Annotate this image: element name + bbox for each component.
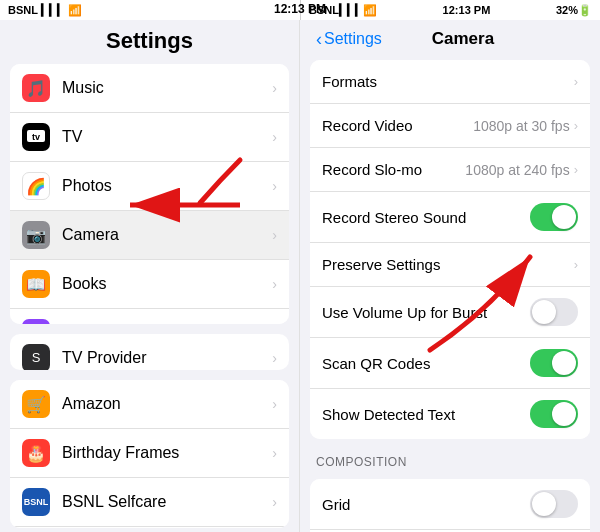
qr-toggle-knob [552,351,576,375]
carrier-left: BSNL [8,4,38,16]
battery-icon: 🔋 [578,4,592,17]
volumeburst-toggle[interactable] [530,298,578,326]
detectedtext-toggle-knob [552,402,576,426]
books-label: Books [62,275,272,293]
detectedtext-toggle[interactable] [530,400,578,428]
volumeburst-toggle-knob [532,300,556,324]
tv-icon: tv [22,123,50,151]
settings-item-birthdayframes[interactable]: 🎂 Birthday Frames › [10,429,289,478]
settings-item-photos[interactable]: 🌈 Photos › [10,162,289,211]
recordvideo-value: 1080p at 30 fps [473,118,570,134]
back-chevron-icon: ‹ [316,29,322,50]
settings-panel: Settings 🎵 Music › tv TV › 🌈 Photos › [0,20,300,532]
settings-item-books[interactable]: 📖 Books › [10,260,289,309]
bsnl-label: BSNL Selfcare [62,493,272,511]
wifi-right: 📶 [363,4,377,17]
bsnl-chevron: › [272,494,277,510]
camera-item-recordslomo[interactable]: Record Slo-mo 1080p at 240 fps › [310,148,590,192]
music-chevron: › [272,80,277,96]
camera-section-1: Formats › Record Video 1080p at 30 fps ›… [310,60,590,439]
wifi-left: 📶 [68,4,82,17]
signal-left: ▎▎▎ [41,4,65,17]
settings-item-amazon[interactable]: 🛒 Amazon › [10,380,289,429]
camera-item-detectedtext[interactable]: Show Detected Text [310,389,590,439]
grid-toggle[interactable] [530,490,578,518]
back-label: Settings [324,30,382,48]
qr-label: Scan QR Codes [322,355,530,372]
settings-item-bsnl[interactable]: BSNL BSNL Selfcare › [10,478,289,527]
battery-right: 32% [556,4,578,16]
camera-title: Camera [432,29,494,49]
books-chevron: › [272,276,277,292]
recordvideo-chevron: › [574,118,578,133]
camera-settings-panel: ‹ Settings Camera Formats › Record Video… [300,20,600,532]
detectedtext-label: Show Detected Text [322,406,530,423]
preserve-label: Preserve Settings [322,256,574,273]
camera-item-qr[interactable]: Scan QR Codes [310,338,590,389]
recordslomo-chevron: › [574,162,578,177]
birthdayframes-label: Birthday Frames [62,444,272,462]
photos-chevron: › [272,178,277,194]
amazon-label: Amazon [62,395,272,413]
time-right: 12:13 PM [443,4,491,16]
stereo-label: Record Stereo Sound [322,209,530,226]
recordslomo-label: Record Slo-mo [322,161,465,178]
svg-text:tv: tv [32,132,40,142]
stereo-toggle[interactable] [530,203,578,231]
status-bar: BSNL ▎▎▎ 📶 12:13 PM BSNL ▎▎▎ 📶 12:13 PM … [0,0,600,20]
recordslomo-value: 1080p at 240 fps [465,162,569,178]
settings-item-camera[interactable]: 📷 Camera › [10,211,289,260]
camera-item-stereo[interactable]: Record Stereo Sound [310,192,590,243]
camera-label: Camera [62,226,272,244]
tvprovider-chevron: › [272,350,277,366]
podcasts-icon: 🎙️ [22,319,50,324]
preserve-chevron: › [574,257,578,272]
settings-item-music[interactable]: 🎵 Music › [10,64,289,113]
settings-item-podcasts[interactable]: 🎙️ Podcasts › [10,309,289,324]
camera-header: ‹ Settings Camera [300,20,600,56]
camera-icon: 📷 [22,221,50,249]
camera-chevron: › [272,227,277,243]
signal-right: ▎▎▎ [339,4,363,17]
composition-header: COMPOSITION [300,439,600,475]
settings-list-2: S TV Provider › [10,334,289,370]
camera-section-composition: Grid Mirror Front Camera [310,479,590,532]
camera-item-preserve[interactable]: Preserve Settings › [310,243,590,287]
qr-toggle[interactable] [530,349,578,377]
books-icon: 📖 [22,270,50,298]
amazon-icon: 🛒 [22,390,50,418]
photos-icon: 🌈 [22,172,50,200]
formats-chevron: › [574,74,578,89]
music-icon: 🎵 [22,74,50,102]
settings-item-tvprovider[interactable]: S TV Provider › [10,334,289,370]
camera-item-grid[interactable]: Grid [310,479,590,530]
tv-chevron: › [272,129,277,145]
stereo-toggle-knob [552,205,576,229]
settings-item-tv[interactable]: tv TV › [10,113,289,162]
birthdayframes-chevron: › [272,445,277,461]
photos-label: Photos [62,177,272,195]
settings-title: Settings [0,20,299,60]
grid-toggle-knob [532,492,556,516]
back-button[interactable]: ‹ Settings [316,29,382,50]
settings-list-1: 🎵 Music › tv TV › 🌈 Photos › 📷 Camera › [10,64,289,324]
status-bar-right: BSNL ▎▎▎ 📶 12:13 PM 32% 🔋 [300,0,600,20]
amazon-chevron: › [272,396,277,412]
bsnl-icon: BSNL [22,488,50,516]
grid-label: Grid [322,496,530,513]
camera-item-recordvideo[interactable]: Record Video 1080p at 30 fps › [310,104,590,148]
music-label: Music [62,79,272,97]
recordvideo-label: Record Video [322,117,473,134]
volumeburst-label: Use Volume Up for Burst [322,304,530,321]
formats-label: Formats [322,73,574,90]
tvprovider-icon: S [22,344,50,370]
tv-label: TV [62,128,272,146]
time-display: 12:13 PM [274,2,326,16]
status-bar-left: BSNL ▎▎▎ 📶 [0,0,300,20]
camera-settings-list: Formats › Record Video 1080p at 30 fps ›… [300,56,600,532]
camera-item-volumeburst[interactable]: Use Volume Up for Burst [310,287,590,338]
camera-item-formats[interactable]: Formats › [310,60,590,104]
birthdayframes-icon: 🎂 [22,439,50,467]
settings-item-chrome[interactable]: Chrome › [10,527,289,528]
settings-list-3: 🛒 Amazon › 🎂 Birthday Frames › BSNL BSNL… [10,380,289,528]
